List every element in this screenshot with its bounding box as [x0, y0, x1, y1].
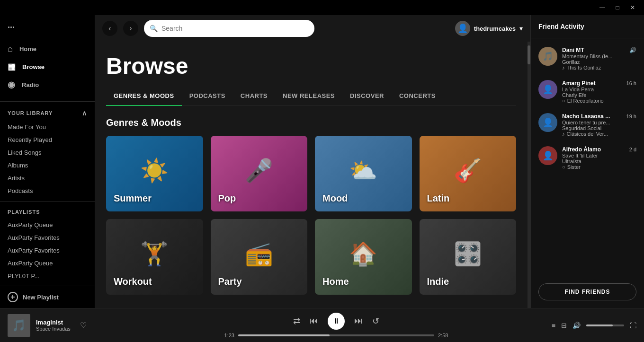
sidebar-playlist-item[interactable]: AuxParty Favorites: [0, 244, 95, 257]
sidebar-item-podcasts[interactable]: Podcasts: [0, 184, 95, 197]
genre-card-workout[interactable]: 🏋️ Workout: [106, 219, 203, 295]
sidebar-radio-label: Radio: [22, 81, 39, 88]
tab-concerts[interactable]: Concerts: [392, 87, 443, 106]
playlists-section-header: Playlists: [0, 205, 95, 219]
previous-button[interactable]: ⏮: [310, 316, 318, 326]
repeat-button[interactable]: ↺: [372, 316, 379, 326]
playback-controls: ⇄ ⏮ ⏸ ⏭ ↺: [293, 313, 379, 330]
sidebar-playlist-item[interactable]: PLYL0T P...: [0, 270, 95, 282]
friend-name-row-alfredo: Alfredo Álamo 2 d: [562, 146, 636, 153]
home-genre-icon: 🏠: [349, 241, 377, 267]
sidebar-item-radio[interactable]: ◉ Radio: [0, 76, 95, 94]
close-button[interactable]: ✕: [625, 0, 640, 15]
heart-icon[interactable]: ♡: [80, 321, 87, 330]
browse-area: Browse Genres & Moods Podcasts Charts Ne…: [95, 42, 528, 308]
sidebar-item-browse[interactable]: ▦ Browse: [0, 58, 95, 76]
latin-label: Latin: [427, 193, 450, 204]
scroll-thumb[interactable]: [528, 45, 530, 64]
circle-icon-alfredo: ○: [562, 164, 565, 170]
now-playing-center: ⇄ ⏮ ⏸ ⏭ ↺ 1:23 2:58: [140, 313, 532, 338]
forward-button[interactable]: ›: [123, 21, 138, 36]
mood-icon: ⛅: [349, 158, 377, 184]
sidebar-item-artists[interactable]: Artists: [0, 172, 95, 184]
genre-card-latin[interactable]: 🎸 Latin: [420, 136, 517, 211]
find-friends-button[interactable]: FIND FRIENDS: [538, 283, 636, 300]
friend-info-dani: Dani MT 🔊 Momentary Bliss (fe... Gorilla…: [562, 47, 636, 70]
tab-new-releases[interactable]: New Releases: [275, 87, 342, 106]
tabs: Genres & Moods Podcasts Charts New Relea…: [106, 87, 516, 106]
sidebar-playlist-item[interactable]: AuxParty Queue: [0, 219, 95, 231]
volume-bar[interactable]: [586, 324, 624, 326]
tab-genres-moods[interactable]: Genres & Moods: [106, 87, 182, 106]
back-button[interactable]: ‹: [102, 21, 117, 36]
party-icon: 📻: [245, 241, 273, 267]
genre-card-indie[interactable]: 🎛️ Indie: [420, 219, 517, 295]
friend-playlist-alfredo: ○ Sister: [562, 164, 636, 170]
friend-avatar-nacho: 👤: [538, 113, 557, 132]
section-title: Genres & Moods: [106, 117, 516, 128]
genre-card-summer[interactable]: ☀️ Summer: [106, 136, 203, 211]
play-pause-button[interactable]: ⏸: [328, 313, 345, 330]
total-time: 2:58: [438, 333, 455, 338]
genre-card-pop[interactable]: 🎤 Pop: [211, 136, 308, 211]
volume-icon[interactable]: 🔊: [572, 322, 581, 329]
friend-name-nacho: Nacho Lasaosa ...: [562, 113, 610, 120]
sidebar-item-made-for-you[interactable]: Made For You: [0, 121, 95, 133]
track-info: Imaginist Space Invadas: [36, 319, 71, 332]
friend-name-row-dani: Dani MT 🔊: [562, 47, 636, 53]
genre-grid: ☀️ Summer 🎤 Pop ⛅ Mood 🎸 Latin: [106, 136, 516, 295]
queue-icon[interactable]: ≡: [552, 322, 555, 329]
tab-discover[interactable]: Discover: [342, 87, 392, 106]
sidebar-nav: ··· ⌂ Home ▦ Browse ◉ Radio: [0, 15, 95, 97]
latin-icon: 🎸: [454, 158, 482, 184]
sidebar-item-liked-songs[interactable]: Liked Songs: [0, 146, 95, 159]
dropdown-arrow-icon[interactable]: ▾: [519, 25, 523, 32]
sidebar-browse-label: Browse: [22, 63, 45, 70]
progress-bar[interactable]: [238, 334, 434, 336]
new-playlist-icon: +: [8, 292, 18, 302]
browse-icon: ▦: [8, 61, 16, 72]
friend-item-alfredo[interactable]: 👤 Alfredo Álamo 2 d Save It 'til Later U…: [531, 141, 644, 175]
friend-item-dani-mt[interactable]: 🎵 Dani MT 🔊 Momentary Bliss (fe... Goril…: [531, 42, 644, 75]
next-button[interactable]: ⏭: [354, 316, 363, 326]
user-avatar: 👤: [455, 21, 470, 36]
device-icon[interactable]: ⊟: [561, 322, 567, 329]
sidebar-item-recently-played[interactable]: Recently Played: [0, 133, 95, 146]
library-section-header: Your Library ∧: [0, 105, 95, 121]
friend-track-nacho: Quiero tener tu pre...: [562, 120, 636, 125]
friend-playlist-name-alfredo: Sister: [567, 164, 581, 170]
sidebar-home-label: Home: [19, 45, 36, 53]
pop-icon: 🎤: [245, 158, 273, 184]
friend-item-amarg[interactable]: 👤 Amarg Pinet 16 h La Vida Perra Charly …: [531, 75, 644, 108]
friend-playlist-name-nacho: Clásicos del Ver...: [567, 131, 608, 137]
genre-card-mood[interactable]: ⛅ Mood: [315, 136, 412, 211]
new-playlist-button[interactable]: + New Playlist: [0, 286, 95, 308]
indie-icon: 🎛️: [454, 241, 482, 267]
scroll-indicator[interactable]: [528, 42, 530, 308]
username[interactable]: thedrumcakes: [474, 25, 516, 32]
minimize-button[interactable]: —: [595, 0, 610, 15]
tab-podcasts[interactable]: Podcasts: [182, 87, 233, 106]
now-playing-icon-dani: 🔊: [629, 47, 636, 53]
search-input[interactable]: [161, 25, 309, 32]
album-art: 🎵: [8, 314, 30, 337]
sidebar-playlist-item[interactable]: AuxParty Queue: [0, 257, 95, 270]
tab-charts[interactable]: Charts: [233, 87, 275, 106]
friend-playlist-dani: ♪ This Is Gorillaz: [562, 65, 636, 70]
sidebar-playlist-item[interactable]: AuxParty Favorites: [0, 231, 95, 244]
home-label: Home: [322, 276, 349, 287]
search-bar: 🔍: [144, 20, 314, 37]
maximize-button[interactable]: □: [610, 0, 625, 15]
library-chevron[interactable]: ∧: [82, 109, 87, 117]
menu-dots[interactable]: ···: [0, 19, 95, 40]
sidebar-item-albums[interactable]: Albums: [0, 159, 95, 172]
friend-info-nacho: Nacho Lasaosa ... 19 h Quiero tener tu p…: [562, 113, 636, 137]
genre-card-party[interactable]: 📻 Party: [211, 219, 308, 295]
sidebar-item-home[interactable]: ⌂ Home: [0, 40, 95, 58]
shuffle-button[interactable]: ⇄: [293, 316, 300, 326]
genre-card-home[interactable]: 🏠 Home: [315, 219, 412, 295]
friend-time-amarg: 16 h: [626, 80, 636, 86]
friend-item-nacho[interactable]: 👤 Nacho Lasaosa ... 19 h Quiero tener tu…: [531, 108, 644, 141]
fullscreen-icon[interactable]: ⛶: [630, 322, 636, 329]
friend-artist-alfredo: Ultraísta: [562, 158, 636, 164]
